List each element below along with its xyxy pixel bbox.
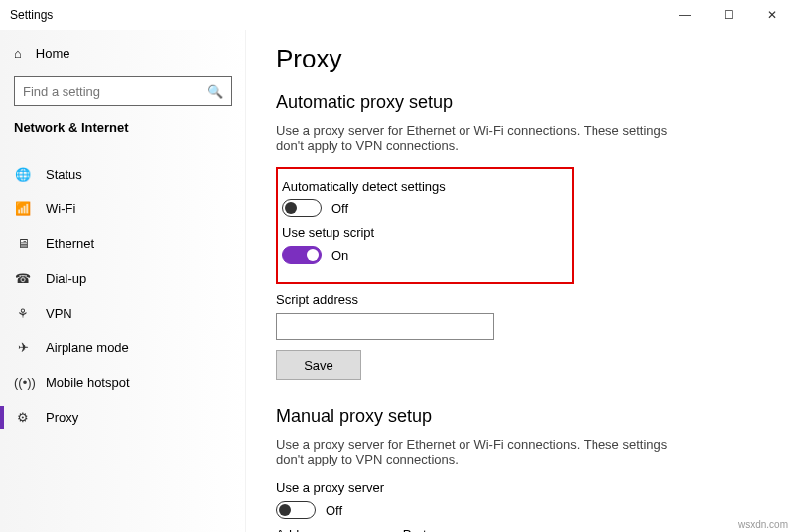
sidebar-item-label: Proxy [46, 410, 78, 425]
sidebar-item-label: Mobile hotspot [46, 375, 130, 390]
minimize-button[interactable]: — [663, 0, 707, 30]
home-button[interactable]: ⌂ Home [0, 38, 246, 68]
auto-heading: Automatic proxy setup [276, 92, 764, 113]
titlebar: Settings — ☐ ✕ [0, 0, 794, 30]
use-proxy-state: Off [326, 503, 342, 518]
proxy-icon: ⚙ [14, 410, 32, 425]
window-title: Settings [10, 8, 663, 22]
search-input[interactable] [23, 84, 207, 99]
sidebar-item-airplane[interactable]: ✈ Airplane mode [0, 331, 246, 365]
sidebar-item-label: Dial-up [46, 271, 86, 286]
sidebar-item-label: Wi-Fi [46, 201, 75, 216]
sidebar-item-vpn[interactable]: ⚘ VPN [0, 296, 246, 331]
sidebar-item-label: Airplane mode [46, 340, 129, 355]
watermark: wsxdn.com [738, 519, 788, 530]
close-button[interactable]: ✕ [750, 0, 794, 30]
script-address-label: Script address [276, 292, 764, 307]
manual-description: Use a proxy server for Ethernet or Wi-Fi… [276, 437, 693, 466]
setup-script-toggle[interactable] [282, 246, 322, 264]
auto-description: Use a proxy server for Ethernet or Wi-Fi… [276, 123, 693, 153]
ethernet-icon: 🖥 [14, 236, 32, 251]
highlight-box: Automatically detect settings Off Use se… [276, 167, 574, 284]
sidebar-item-label: Status [46, 167, 82, 182]
auto-detect-label: Automatically detect settings [282, 179, 562, 194]
search-box[interactable]: 🔍 [14, 76, 232, 106]
sidebar-item-hotspot[interactable]: ((•)) Mobile hotspot [0, 365, 246, 400]
category-heading: Network & Internet [0, 120, 246, 147]
use-proxy-toggle[interactable] [276, 501, 316, 519]
manual-heading: Manual proxy setup [276, 406, 764, 427]
port-label: Port [403, 527, 427, 532]
sidebar-item-status[interactable]: 🌐 Status [0, 157, 246, 192]
script-address-input[interactable] [276, 313, 494, 340]
main-content: Proxy Automatic proxy setup Use a proxy … [246, 30, 794, 532]
sidebar-item-proxy[interactable]: ⚙ Proxy [0, 400, 246, 435]
setup-script-state: On [331, 248, 348, 263]
sidebar-item-wifi[interactable]: 📶 Wi-Fi [0, 192, 246, 226]
window-controls: — ☐ ✕ [663, 0, 794, 30]
address-label: Address [276, 527, 324, 532]
auto-detect-toggle[interactable] [282, 200, 322, 217]
setup-script-label: Use setup script [282, 225, 562, 240]
search-icon: 🔍 [207, 84, 223, 99]
save-button[interactable]: Save [276, 350, 361, 380]
nav-list: 🌐 Status 📶 Wi-Fi 🖥 Ethernet ☎ Dial-up ⚘ … [0, 147, 246, 435]
hotspot-icon: ((•)) [14, 375, 32, 390]
page-title: Proxy [276, 44, 764, 74]
maximize-button[interactable]: ☐ [707, 0, 750, 30]
home-label: Home [36, 46, 70, 61]
sidebar-item-dialup[interactable]: ☎ Dial-up [0, 261, 246, 296]
vpn-icon: ⚘ [14, 306, 32, 321]
wifi-icon: 📶 [14, 201, 32, 216]
sidebar-item-ethernet[interactable]: 🖥 Ethernet [0, 226, 246, 261]
status-icon: 🌐 [14, 167, 32, 182]
sidebar-item-label: Ethernet [46, 236, 94, 251]
use-proxy-label: Use a proxy server [276, 480, 764, 495]
dialup-icon: ☎ [14, 271, 32, 286]
sidebar-item-label: VPN [46, 306, 72, 321]
home-icon: ⌂ [14, 46, 22, 61]
auto-detect-state: Off [331, 201, 348, 216]
sidebar: ⌂ Home 🔍 Network & Internet 🌐 Status 📶 W… [0, 30, 246, 532]
airplane-icon: ✈ [14, 340, 32, 355]
